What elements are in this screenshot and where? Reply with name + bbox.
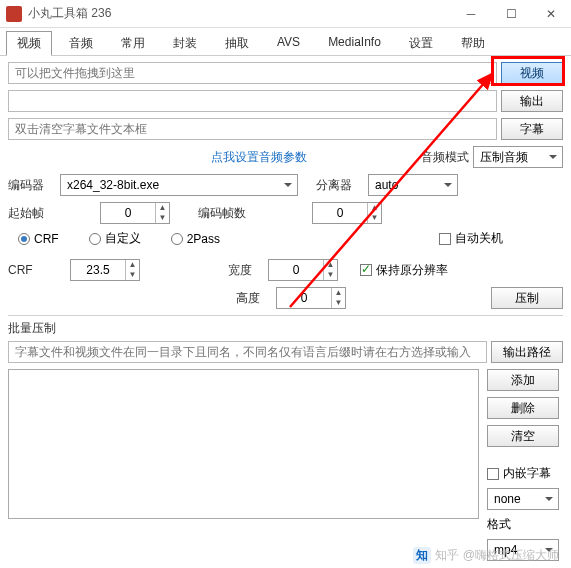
embed-subtitle-check[interactable]: 内嵌字幕 [487, 465, 563, 482]
tab-settings[interactable]: 设置 [398, 31, 444, 56]
embed-sub-select[interactable]: none [487, 488, 559, 510]
encoder-label: 编码器 [8, 177, 56, 194]
tabstrip: 视频 音频 常用 封装 抽取 AVS MediaInfo 设置 帮助 [0, 28, 571, 56]
app-icon [6, 6, 22, 22]
client-area: 视频 输出 字幕 点我设置音频参数 音频模式 压制音频 编码器 x264_32-… [0, 56, 571, 568]
tab-mediainfo[interactable]: MediaInfo [317, 31, 392, 56]
height-label: 高度 [236, 290, 260, 307]
2pass-radio[interactable]: 2Pass [171, 232, 220, 246]
tab-mux[interactable]: 封装 [162, 31, 208, 56]
output-input[interactable] [8, 90, 497, 112]
enc-frames-input[interactable]: 0▲▼ [312, 202, 382, 224]
batch-list[interactable] [8, 369, 479, 519]
width-label: 宽度 [228, 262, 252, 279]
minimize-button[interactable]: ─ [451, 0, 491, 28]
start-frame-input[interactable]: 0▲▼ [100, 202, 170, 224]
tab-common[interactable]: 常用 [110, 31, 156, 56]
width-input[interactable]: 0▲▼ [268, 259, 338, 281]
close-button[interactable]: ✕ [531, 0, 571, 28]
tab-avs[interactable]: AVS [266, 31, 311, 56]
maximize-button[interactable]: ☐ [491, 0, 531, 28]
start-frame-label: 起始帧 [8, 205, 56, 222]
tab-help[interactable]: 帮助 [450, 31, 496, 56]
output-button[interactable]: 输出 [501, 90, 563, 112]
delete-button[interactable]: 删除 [487, 397, 559, 419]
auto-shutdown-check[interactable]: 自动关机 [439, 230, 503, 247]
compress-button[interactable]: 压制 [491, 287, 563, 309]
batch-hint-input[interactable] [8, 341, 487, 363]
window-title: 小丸工具箱 236 [28, 5, 451, 22]
keep-res-check[interactable]: 保持原分辨率 [360, 262, 448, 279]
audio-mode-label: 音频模式 [421, 149, 469, 166]
format-select[interactable]: mp4 [487, 539, 559, 561]
encoder-select[interactable]: x264_32-8bit.exe [60, 174, 298, 196]
clear-button[interactable]: 清空 [487, 425, 559, 447]
separator-label: 分离器 [316, 177, 364, 194]
subtitle-button[interactable]: 字幕 [501, 118, 563, 140]
crf-input[interactable]: 23.5▲▼ [70, 259, 140, 281]
height-input[interactable]: 0▲▼ [276, 287, 346, 309]
subtitle-input[interactable] [8, 118, 497, 140]
video-drop-input[interactable] [8, 62, 497, 84]
separator-line [8, 315, 563, 316]
format-label: 格式 [487, 516, 563, 533]
tab-video[interactable]: 视频 [6, 31, 52, 56]
titlebar: 小丸工具箱 236 ─ ☐ ✕ [0, 0, 571, 28]
tab-extract[interactable]: 抽取 [214, 31, 260, 56]
custom-radio[interactable]: 自定义 [89, 230, 141, 247]
add-button[interactable]: 添加 [487, 369, 559, 391]
separator-select[interactable]: auto [368, 174, 458, 196]
audio-params-link[interactable]: 点我设置音频参数 [211, 147, 307, 168]
video-button[interactable]: 视频 [501, 62, 563, 84]
output-path-button[interactable]: 输出路径 [491, 341, 563, 363]
crf-radio[interactable]: CRF [18, 232, 59, 246]
tab-audio[interactable]: 音频 [58, 31, 104, 56]
batch-label: 批量压制 [8, 320, 563, 337]
enc-frames-label: 编码帧数 [198, 205, 246, 222]
audio-mode-select[interactable]: 压制音频 [473, 146, 563, 168]
